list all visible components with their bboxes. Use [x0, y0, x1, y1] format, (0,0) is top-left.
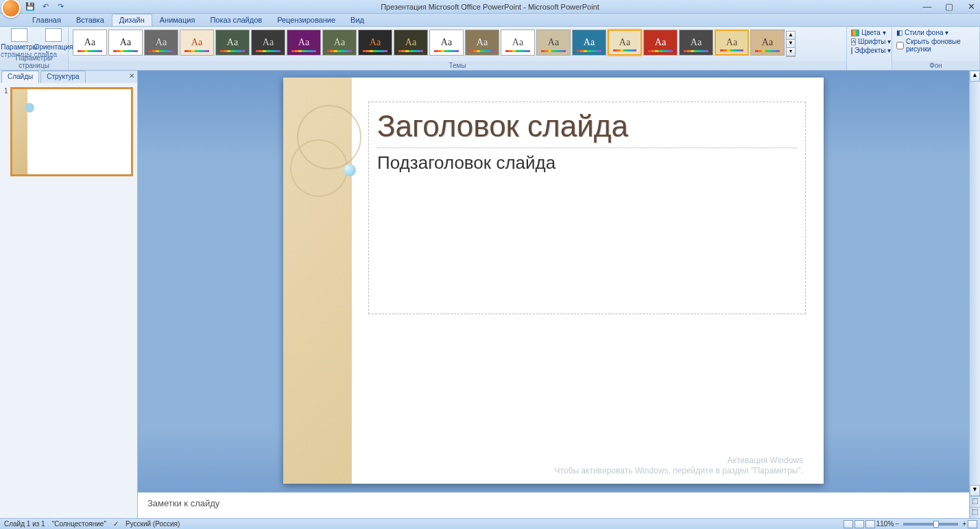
tab-slideshow[interactable]: Показ слайдов [202, 14, 270, 26]
zoom-thumb[interactable] [933, 521, 939, 528]
bg-styles-label: Стили фона [905, 29, 943, 36]
prev-slide-icon[interactable]: ⬚ [970, 496, 980, 507]
theme-thumb[interactable]: Aa [73, 30, 107, 56]
theme-thumb[interactable]: Aa [144, 30, 178, 56]
slideshow-view-icon[interactable] [865, 520, 875, 528]
thumb-number: 1 [4, 87, 8, 176]
tab-outline[interactable]: Структура [40, 71, 85, 83]
theme-color-bar [577, 50, 601, 52]
slide-panel: Слайды Структура ✕ 1 [0, 71, 138, 518]
effects-button[interactable]: Эффекты ▾ [850, 46, 889, 55]
scroll-down-icon[interactable]: ▼ [970, 485, 980, 496]
next-slide-icon[interactable]: ⬚ [970, 507, 980, 518]
tab-animation[interactable]: Анимация [152, 14, 203, 26]
theme-thumb[interactable]: Aa [108, 30, 143, 56]
slide[interactable]: Заголовок слайда Подзаголовок слайда Акт… [283, 78, 824, 484]
theme-thumb[interactable]: Aa [180, 30, 214, 56]
zoom-value[interactable]: 110% [876, 520, 894, 528]
slide-editor: Заголовок слайда Подзаголовок слайда Акт… [138, 71, 969, 518]
slide-subtitle[interactable]: Подзаголовок слайда [377, 152, 797, 174]
theme-sample-text: Aa [477, 37, 488, 48]
maximize-button[interactable]: ▢ [943, 1, 955, 11]
slide-thumbnail[interactable] [10, 87, 133, 176]
background-styles-button[interactable]: ◧ Стили фона ▾ [895, 28, 977, 37]
slide-title[interactable]: Заголовок слайда [377, 109, 797, 148]
colors-icon [851, 30, 859, 36]
vertical-scrollbar[interactable]: ▲ ▼ ⬚ ⬚ [969, 71, 980, 518]
tab-design[interactable]: Дизайн [112, 14, 152, 26]
scroll-track[interactable] [970, 82, 980, 485]
theme-thumb[interactable]: Aa [465, 30, 499, 56]
theme-sample-text: Aa [762, 37, 773, 48]
theme-thumb[interactable]: Aa [358, 30, 392, 56]
hide-bg-check[interactable] [896, 42, 904, 49]
title-placeholder[interactable]: Заголовок слайда Подзаголовок слайда [368, 102, 806, 314]
sorter-view-icon[interactable] [854, 520, 864, 528]
themes-down-icon[interactable]: ▼ [787, 40, 795, 48]
theme-thumb[interactable]: Aa [715, 30, 749, 56]
theme-thumb[interactable]: Aa [287, 30, 321, 56]
panel-tabs: Слайды Структура ✕ [0, 71, 137, 83]
scroll-up-icon[interactable]: ▲ [970, 71, 980, 82]
theme-color-bar [470, 50, 494, 52]
theme-thumb[interactable]: Aa [429, 30, 464, 56]
quick-access-toolbar: 💾 ↶ ↷ [25, 1, 66, 12]
theme-thumb[interactable]: Aa [750, 30, 785, 56]
thumb-strip [12, 89, 27, 174]
fit-window-icon[interactable] [968, 520, 977, 528]
group-page-params: Параметры страницы Ориентация слайда Пар… [0, 27, 69, 70]
group-themes: AaAaAaAaAaAaAaAaAaAaAaAaAaAaAaAaAaAaAaAa… [69, 27, 847, 70]
minimize-button[interactable]: — [921, 1, 933, 11]
theme-color-bar [113, 50, 138, 52]
undo-icon[interactable]: ↶ [40, 1, 51, 12]
window-title: Презентация Microsoft Office PowerPoint … [381, 3, 599, 11]
theme-thumb[interactable]: Aa [572, 30, 606, 56]
fonts-button[interactable]: AШрифты ▾ [850, 37, 889, 46]
tab-view[interactable]: Вид [343, 14, 372, 26]
redo-icon[interactable]: ↷ [55, 1, 66, 12]
theme-thumb[interactable]: Aa [608, 30, 642, 56]
themes-up-icon[interactable]: ▲ [787, 32, 795, 40]
theme-thumb[interactable]: Aa [643, 30, 678, 56]
tab-slides[interactable]: Слайды [1, 71, 39, 83]
theme-thumb[interactable]: Aa [394, 30, 428, 56]
theme-thumb[interactable]: Aa [322, 30, 357, 56]
theme-sample-text: Aa [227, 37, 238, 48]
zoom-in-icon[interactable]: + [962, 520, 966, 528]
themes-scroll: ▲▼▾ [786, 31, 796, 57]
theme-thumb[interactable]: Aa [215, 30, 250, 56]
tab-insert[interactable]: Вставка [69, 14, 112, 26]
save-icon[interactable]: 💾 [25, 1, 36, 12]
status-language[interactable]: Русский (Россия) [126, 520, 180, 528]
colors-button[interactable]: Цвета ▾ [850, 28, 889, 37]
tab-review[interactable]: Рецензирование [270, 14, 343, 26]
slide-decoration-strip [283, 78, 352, 484]
theme-sample-text: Aa [512, 37, 523, 48]
tab-home[interactable]: Главная [25, 14, 69, 26]
notes-pane[interactable]: Заметки к слайду [138, 492, 969, 518]
theme-color-bar [184, 50, 209, 52]
panel-close-icon[interactable]: ✕ [129, 72, 134, 80]
theme-sample-text: Aa [191, 37, 202, 48]
spellcheck-icon[interactable]: ✓ [113, 520, 119, 528]
theme-sample-text: Aa [619, 37, 630, 48]
canvas-area[interactable]: Заголовок слайда Подзаголовок слайда Акт… [138, 71, 969, 492]
hide-background-checkbox[interactable]: Скрыть фоновые рисунки [895, 37, 977, 54]
group-variants: Цвета ▾ AШрифты ▾ Эффекты ▾ [847, 27, 892, 70]
theme-thumb[interactable]: Aa [679, 30, 713, 56]
colors-label: Цвета [861, 29, 881, 36]
theme-thumb[interactable]: Aa [536, 30, 571, 56]
theme-sample-text: Aa [726, 37, 737, 48]
theme-color-bar [720, 49, 743, 51]
zoom-slider[interactable] [903, 523, 958, 526]
statusbar: Слайд 1 из 1 "Солнцестояние" ✓ Русский (… [0, 518, 980, 529]
group-label-background: Фон [892, 61, 979, 70]
theme-thumb[interactable]: Aa [251, 30, 285, 56]
theme-thumb[interactable]: Aa [501, 30, 535, 56]
zoom-out-icon[interactable]: − [895, 520, 899, 528]
theme-sample-text: Aa [84, 37, 95, 48]
theme-sample-text: Aa [156, 37, 167, 48]
normal-view-icon[interactable] [844, 520, 853, 528]
themes-more-icon[interactable]: ▾ [787, 48, 795, 56]
close-button[interactable]: ✕ [965, 1, 977, 11]
